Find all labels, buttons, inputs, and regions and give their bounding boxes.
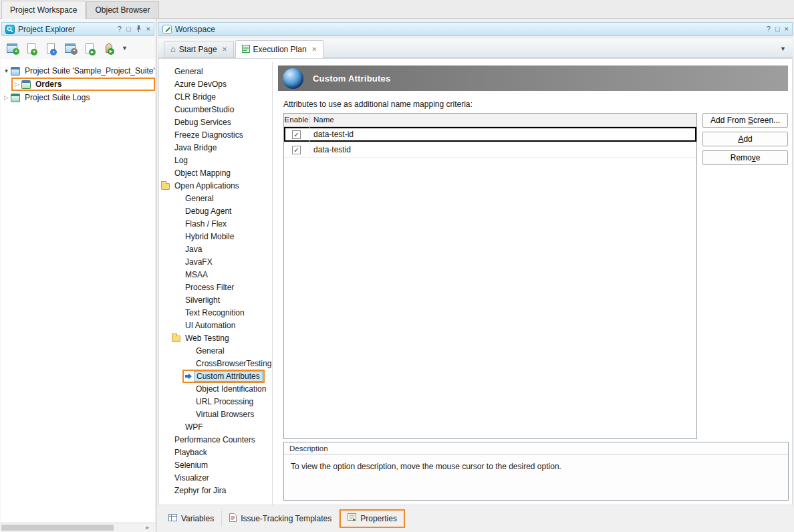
options-item-custom-attributes[interactable]: Custom Attributes bbox=[159, 370, 272, 382]
options-item-label: Java Bridge bbox=[172, 142, 219, 153]
options-item-url-processing[interactable]: URL Processing bbox=[159, 395, 272, 408]
run-project-suite-icon[interactable]: ▸ bbox=[82, 40, 98, 56]
options-item-hybrid-mobile[interactable]: Hybrid Mobile bbox=[159, 230, 272, 243]
expanded-caret-icon[interactable]: ▾ bbox=[2, 68, 11, 74]
options-item-wpf[interactable]: WPF bbox=[159, 420, 272, 433]
attribute-row[interactable]: ✓data-test-id bbox=[284, 127, 696, 142]
tree-item-project-suite-logs[interactable]: ▷Project Suite Logs bbox=[2, 91, 155, 104]
float-icon[interactable]: □ bbox=[126, 25, 131, 33]
tab-execution-plan[interactable]: Execution Plan× bbox=[235, 40, 323, 58]
close-icon[interactable]: × bbox=[785, 25, 789, 33]
options-item-label: CucumberStudio bbox=[172, 104, 237, 115]
options-item-java[interactable]: Java bbox=[159, 243, 272, 255]
attribute-row[interactable]: ✓data-testid bbox=[284, 142, 696, 158]
bottom-tab-properties[interactable]: Properties bbox=[340, 509, 405, 528]
options-item-playback[interactable]: Playback bbox=[159, 446, 272, 458]
record-test-icon[interactable]: * bbox=[62, 40, 78, 56]
workspace-panel: Workspace ?□× ⌂Start Page×Execution Plan… bbox=[157, 19, 794, 532]
options-item-web-testing[interactable]: Web Testing bbox=[159, 331, 272, 344]
options-item-debug-agent[interactable]: Debug Agent bbox=[159, 205, 272, 217]
scrollbar-thumb[interactable] bbox=[1, 525, 114, 531]
options-item-zephyr-for-jira[interactable]: Zephyr for Jira bbox=[159, 484, 272, 497]
tree-item-project-suite-sample-project-suite-1-p[interactable]: ▾Project Suite 'Sample_Project_Suite' (1… bbox=[2, 64, 155, 78]
options-item-text-recognition[interactable]: Text Recognition bbox=[159, 306, 272, 319]
scrollbar-right-arrow-icon[interactable]: ▸ bbox=[146, 524, 149, 531]
options-item-object-mapping[interactable]: Object Mapping bbox=[159, 166, 272, 179]
bottom-tab-issue-tracking-templates[interactable]: Issue-Tracking Templates bbox=[222, 510, 340, 527]
arrow-badge-icon: › bbox=[50, 49, 57, 55]
options-item-label: Text Recognition bbox=[182, 307, 247, 318]
options-item-label: CLR Bridge bbox=[172, 92, 219, 102]
options-item-debug-services[interactable]: Debug Services bbox=[159, 116, 272, 128]
new-project-icon[interactable]: + bbox=[23, 40, 39, 56]
options-item-clr-bridge[interactable]: CLR Bridge bbox=[159, 90, 272, 103]
options-item-crossbrowsertesting[interactable]: CrossBrowserTesting bbox=[159, 357, 272, 370]
add-button[interactable]: Add bbox=[702, 132, 788, 146]
tab-close-icon[interactable]: × bbox=[223, 45, 227, 54]
collapsed-caret-icon[interactable]: ▷ bbox=[2, 94, 11, 101]
options-item-javafx[interactable]: JavaFX bbox=[159, 255, 272, 268]
remove-button[interactable]: Remove bbox=[702, 150, 788, 165]
options-item-azure-devops[interactable]: Azure DevOps bbox=[159, 78, 272, 90]
list-header: Enable Name bbox=[284, 114, 696, 127]
description-title: Description bbox=[284, 442, 788, 454]
tab-close-icon[interactable]: × bbox=[312, 45, 317, 54]
enable-checkbox[interactable]: ✓ bbox=[292, 146, 301, 154]
options-item-cucumberstudio[interactable]: CucumberStudio bbox=[159, 103, 272, 116]
options-item-virtual-browsers[interactable]: Virtual Browsers bbox=[159, 408, 272, 420]
project-explorer-icon bbox=[5, 25, 15, 34]
add-from-screen-button[interactable]: Add From Screen... bbox=[702, 113, 788, 128]
options-item-ui-automation[interactable]: UI Automation bbox=[159, 319, 272, 331]
options-item-object-identification[interactable]: Object Identification bbox=[159, 382, 272, 395]
help-icon[interactable]: ? bbox=[118, 25, 122, 33]
button-label: dd bbox=[743, 134, 752, 144]
help-icon[interactable]: ? bbox=[767, 25, 771, 33]
auto-hide-pin-icon[interactable] bbox=[136, 25, 142, 33]
enable-checkbox[interactable]: ✓ bbox=[292, 130, 301, 139]
options-item-label: Web Testing bbox=[182, 333, 232, 344]
options-item-process-filter[interactable]: Process Filter bbox=[159, 281, 272, 293]
options-item-general[interactable]: General bbox=[159, 65, 272, 78]
toolbar-dropdown-caret-icon[interactable]: ▼ bbox=[122, 45, 128, 51]
bottom-tab-variables[interactable]: Variables bbox=[161, 511, 222, 527]
float-icon[interactable]: □ bbox=[775, 25, 780, 33]
main-tab-project-workspace[interactable]: Project Workspace bbox=[1, 1, 86, 19]
project-explorer-toolbar: ++›*▸▸▼ bbox=[1, 38, 154, 58]
tab-start-page[interactable]: ⌂Start Page× bbox=[164, 41, 234, 57]
win-glyph: * bbox=[65, 43, 76, 53]
project-explorer-panel: Project Explorer ?□× ++›*▸▸▼ ▾Project Su… bbox=[0, 19, 156, 532]
options-item-visualizer[interactable]: Visualizer bbox=[159, 471, 272, 484]
description-text: To view the option description, move the… bbox=[284, 454, 788, 479]
tab-list-dropdown-icon[interactable]: ▼ bbox=[780, 45, 786, 52]
add-existing-item-icon[interactable]: › bbox=[43, 40, 59, 56]
column-header-enable[interactable]: Enable bbox=[284, 114, 309, 126]
close-icon[interactable]: × bbox=[146, 25, 150, 33]
horizontal-scrollbar[interactable]: ▸ bbox=[0, 523, 156, 532]
tab-label: Start Page bbox=[179, 45, 217, 54]
options-item-java-bridge[interactable]: Java Bridge bbox=[159, 141, 272, 154]
options-item-msaa[interactable]: MSAA bbox=[159, 268, 272, 281]
options-item-log[interactable]: Log bbox=[159, 154, 272, 166]
collapsed-caret-icon[interactable]: ▷ bbox=[13, 81, 21, 88]
options-item-selenium[interactable]: Selenium bbox=[159, 458, 272, 471]
attribute-name-cell: data-testid bbox=[309, 142, 696, 157]
instruction-label: Attributes to use as additional name map… bbox=[283, 100, 788, 109]
column-header-name[interactable]: Name bbox=[309, 114, 696, 126]
options-item-general[interactable]: General bbox=[159, 344, 272, 357]
logs-icon bbox=[11, 94, 20, 102]
options-item-silverlight[interactable]: Silverlight bbox=[159, 293, 272, 306]
project-explorer-title: Project Explorer bbox=[18, 25, 75, 34]
options-item-general[interactable]: General bbox=[159, 192, 272, 205]
bottom-tab-label: Properties bbox=[360, 514, 397, 523]
options-item-flash-flex[interactable]: Flash / Flex bbox=[159, 217, 272, 230]
options-item-performance-counters[interactable]: Performance Counters bbox=[159, 433, 272, 446]
page-glyph: + bbox=[27, 43, 35, 53]
main-tab-object-browser[interactable]: Object Browser bbox=[86, 1, 158, 18]
options-item-open-applications[interactable]: Open Applications bbox=[159, 179, 272, 192]
new-project-suite-icon[interactable]: + bbox=[4, 40, 20, 56]
run-project-icon[interactable]: ▸ bbox=[101, 40, 117, 56]
tree-item-orders[interactable]: ▷Orders bbox=[11, 78, 155, 91]
options-item-label: MSAA bbox=[182, 269, 211, 280]
workspace-header: Workspace ?□× bbox=[158, 22, 793, 36]
options-item-freeze-diagnostics[interactable]: Freeze Diagnostics bbox=[159, 128, 272, 141]
